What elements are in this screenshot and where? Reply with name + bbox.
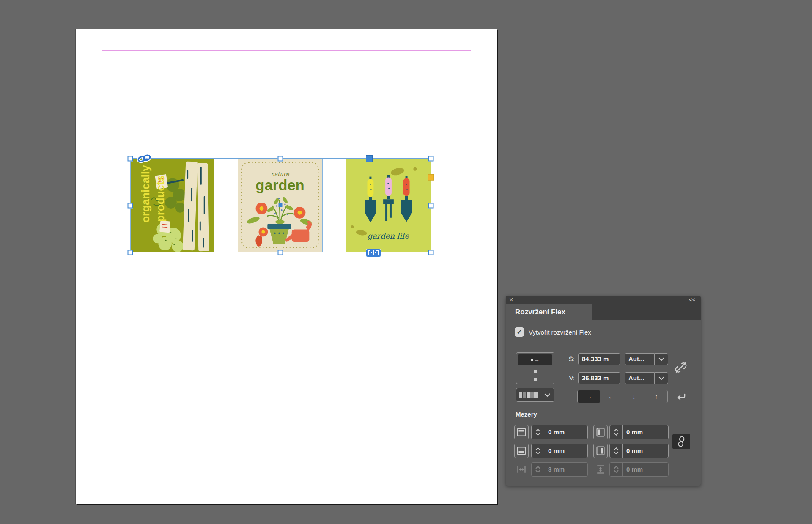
flex-badge-bracket-right (376, 250, 379, 255)
chevron-down-icon (535, 433, 540, 436)
height-auto-dropdown[interactable]: Aut... (625, 372, 654, 384)
close-icon[interactable]: × (509, 296, 513, 304)
poster-frame-organically-products[interactable]: organically products (130, 159, 214, 252)
create-flex-layout-checkbox[interactable]: ✓ (515, 327, 524, 337)
pattern-segment (523, 392, 526, 398)
padding-left-icon (593, 425, 608, 439)
poster3-caption: garden life (368, 231, 410, 240)
gap-vertical-icon (593, 462, 608, 477)
wrap-pattern-dropdown-button[interactable] (540, 388, 554, 402)
padding-left-input[interactable]: 0 mm (623, 425, 668, 439)
preview-item-dot (534, 370, 537, 373)
width-label: Š: (564, 355, 575, 362)
flex-container-selection[interactable]: organically products nature garden (130, 158, 431, 252)
padding-left-stepper[interactable] (610, 425, 623, 439)
chevron-down-icon (535, 451, 540, 454)
flex-direction-preview-bar: → (518, 354, 552, 365)
flex-badge-bracket-left (368, 250, 370, 255)
padding-top-stepper[interactable] (532, 425, 544, 439)
flex-badge-bar (373, 250, 374, 255)
flex-badge-dot (371, 252, 372, 253)
frame-center-point (279, 203, 283, 207)
create-flex-layout-label: Vytvořit rozvržení Flex (529, 329, 591, 336)
width-input[interactable]: 84.333 m (578, 353, 620, 365)
chevron-down-icon (614, 433, 619, 436)
selection-handle-bottom-center[interactable] (278, 250, 283, 255)
flex-badge-dot (375, 252, 376, 253)
collapse-panel-icon[interactable]: << (689, 296, 696, 304)
gap-vertical-stepper[interactable] (610, 463, 623, 476)
chevron-up-icon (535, 447, 540, 450)
height-input[interactable]: 36.833 m (578, 372, 620, 384)
direction-row-button[interactable]: → (578, 390, 600, 403)
chevron-up-icon (535, 466, 540, 469)
tab-flex-layout[interactable]: Rozvržení Flex (506, 304, 592, 320)
panel-title-bar[interactable]: × << (506, 296, 701, 304)
broken-chain-icon (675, 360, 687, 375)
padding-top-input[interactable]: 0 mm (544, 425, 587, 439)
flex-item-indicator-square[interactable] (366, 155, 373, 162)
chain-icon (678, 436, 685, 447)
corner-options-widget[interactable] (428, 174, 434, 181)
create-flex-layout-row: ✓ Vytvořit rozvržení Flex (515, 327, 591, 337)
flex-layout-preview-widget[interactable]: → (516, 352, 554, 384)
selection-handle-top-center[interactable] (278, 156, 283, 162)
flex-layout-badge[interactable] (366, 249, 381, 257)
linked-content-badge[interactable] (136, 154, 152, 163)
padding-right-input[interactable]: 0 mm (623, 444, 668, 458)
width-auto-dropdown-button[interactable] (654, 353, 668, 365)
pattern-segment (534, 392, 538, 398)
poster2-script-word: nature (271, 171, 290, 177)
height-label: V: (564, 374, 575, 381)
poster1-art: organically products (131, 159, 214, 252)
gap-vertical-input[interactable]: 0 mm (623, 463, 668, 476)
chevron-up-icon (614, 466, 619, 469)
direction-column-reverse-button[interactable]: ↑ (645, 390, 667, 403)
pattern-segment (519, 392, 522, 398)
selection-handle-top-right[interactable] (428, 156, 434, 162)
preview-square-icon (531, 359, 533, 361)
chevron-down-icon (535, 470, 540, 473)
wrap-pattern-selector[interactable] (516, 388, 540, 402)
padding-bottom-input[interactable]: 0 mm (544, 444, 587, 458)
direction-column-button[interactable]: ↓ (623, 390, 645, 403)
gap-horizontal-stepper[interactable] (532, 463, 544, 476)
padding-bottom-stepper[interactable] (532, 444, 544, 458)
chevron-down-icon (658, 376, 664, 380)
gap-horizontal-input[interactable]: 3 mm (544, 463, 587, 476)
pattern-segment (530, 392, 534, 398)
direction-row-reverse-button[interactable]: ← (600, 390, 623, 403)
unlink-dimensions-button[interactable] (675, 360, 687, 375)
link-paddings-button[interactable] (672, 434, 690, 449)
chevron-up-icon (614, 447, 619, 450)
flex-direction-button-group: → ← ↓ ↑ (577, 390, 668, 403)
spacing-heading: Mezery (516, 411, 537, 418)
selection-handle-bottom-right[interactable] (428, 250, 434, 255)
chevron-down-icon (658, 357, 664, 361)
pattern-segment (527, 392, 530, 398)
padding-right-icon (593, 444, 608, 458)
gap-horizontal-icon (514, 462, 529, 477)
height-auto-dropdown-button[interactable] (654, 372, 668, 384)
wrap-return-button[interactable] (676, 391, 687, 402)
selection-handle-top-left[interactable] (128, 156, 133, 162)
width-auto-dropdown[interactable]: Aut... (625, 353, 654, 365)
padding-top-icon (514, 425, 529, 439)
chevron-up-icon (614, 429, 619, 432)
selection-handle-bottom-left[interactable] (128, 250, 133, 255)
chevron-down-icon (614, 470, 619, 473)
selection-handle-mid-left[interactable] (128, 203, 133, 209)
preview-arrow-icon: → (534, 357, 540, 362)
flex-layout-panel: × << Rozvržení Flex ✓ Vytvořit rozvržení… (506, 296, 701, 486)
selection-handle-mid-right[interactable] (428, 203, 434, 209)
poster3-art: garden life (346, 159, 431, 252)
poster-frame-garden-life[interactable]: garden life (346, 159, 431, 252)
panel-tab-row: Rozvržení Flex (506, 304, 701, 320)
padding-right-control: 0 mm (609, 444, 669, 458)
preview-item-dot (534, 378, 537, 381)
padding-bottom-icon (514, 444, 529, 458)
chevron-up-icon (535, 429, 540, 432)
chevron-down-icon (614, 451, 619, 454)
padding-right-stepper[interactable] (610, 444, 623, 458)
poster2-title: garden (255, 177, 304, 193)
